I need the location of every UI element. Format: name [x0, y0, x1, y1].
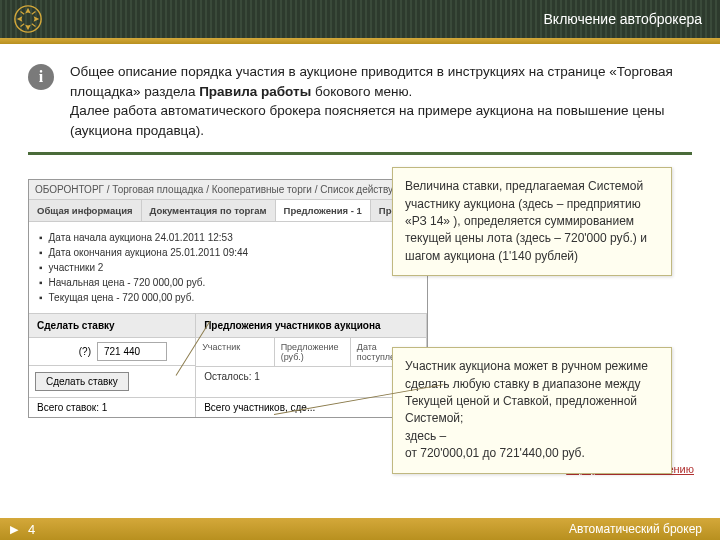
page-number: 4: [28, 522, 35, 537]
auction-details: Дата начала аукциона 24.01.2011 12:53 Да…: [29, 222, 427, 313]
make-bid-button[interactable]: Сделать ставку: [35, 372, 129, 391]
list-item: Начальная цена - 720 000,00 руб.: [39, 275, 417, 290]
bid-input[interactable]: [97, 342, 167, 361]
green-divider: [28, 152, 692, 155]
bid-help-icon[interactable]: (?): [29, 340, 97, 363]
list-item: Дата окончания аукциона 25.01.2011 09:44: [39, 245, 417, 260]
auction-window: ОБОРОНТОРГ / Торговая площадка / Коопера…: [28, 179, 428, 418]
col-participant: Участник: [196, 338, 274, 366]
tab-general[interactable]: Общая информация: [29, 200, 142, 221]
tab-offers[interactable]: Предложения - 1: [276, 200, 371, 221]
list-item: Дата начала аукциона 24.01.2011 12:53: [39, 230, 417, 245]
section-offers: Предложения участников аукциона: [196, 314, 427, 337]
info-para2: Далее работа автоматического брокера поя…: [70, 101, 692, 140]
info-para1-bold: Правила работы: [199, 84, 311, 99]
info-text: Общее описание порядка участия в аукцион…: [70, 62, 692, 140]
logo-emblem: [12, 3, 44, 35]
screenshot-area: ОБОРОНТОРГ / Торговая площадка / Коопера…: [28, 169, 692, 459]
slide-header: Включение автоброкера: [0, 0, 720, 38]
callout2-c: от 720'000,01 до 721'440,00 руб.: [405, 446, 585, 460]
col-offer: Предложение (руб.): [275, 338, 351, 366]
callout2-a: Участник аукциона может в ручном режиме …: [405, 359, 648, 425]
tab-docs[interactable]: Документация по торгам: [142, 200, 276, 221]
breadcrumb: ОБОРОНТОРГ / Торговая площадка / Коопера…: [29, 180, 427, 200]
info-block: i Общее описание порядка участия в аукци…: [28, 62, 692, 140]
slide-title: Включение автоброкера: [544, 11, 702, 27]
play-icon: ▶: [10, 523, 18, 536]
callout-manual-bid: Участник аукциона может в ручном режиме …: [392, 347, 672, 473]
footer-label: Автоматический брокер: [569, 522, 702, 536]
info-para1b: бокового меню.: [311, 84, 412, 99]
tab-bar: Общая информация Документация по торгам …: [29, 200, 427, 222]
footer-bar: ▶ 4 Автоматический брокер: [0, 518, 720, 540]
your-bids: Всего ставок: 1: [29, 398, 196, 417]
callout2-b: здесь –: [405, 429, 446, 443]
section-make-bid: Сделать ставку: [29, 314, 196, 337]
list-item: участники 2: [39, 260, 417, 275]
callout-bid-value: Величина ставки, предлагаемая Системой у…: [392, 167, 672, 276]
info-icon: i: [28, 64, 54, 90]
list-item: Текущая цена - 720 000,00 руб.: [39, 290, 417, 305]
